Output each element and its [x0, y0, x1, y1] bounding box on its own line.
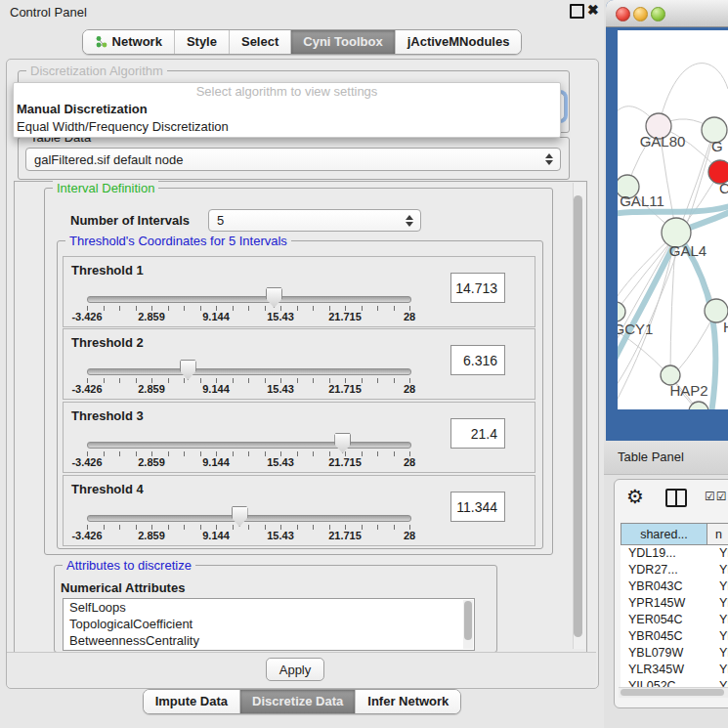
node-table: ⚙ ☑☑ shared...n YDL19...YDL1YDR27...YDR2… — [614, 479, 728, 708]
slider-thumb[interactable] — [180, 360, 196, 380]
tab-label: Select — [241, 34, 278, 49]
table-cell[interactable]: YPR145W — [621, 595, 707, 612]
tab-discretize-data[interactable]: Discretize Data — [239, 690, 355, 713]
tab-select[interactable]: Select — [229, 30, 290, 54]
table-cell[interactable]: YLR3 — [707, 662, 728, 678]
table-row[interactable]: YLR345WYLR3 — [621, 662, 728, 678]
tab-impute-data[interactable]: Impute Data — [144, 690, 239, 713]
slider-track[interactable] — [87, 296, 411, 303]
table-cell[interactable]: YDL1 — [707, 545, 728, 562]
network-node-gcy1[interactable] — [618, 302, 625, 321]
slider-track[interactable] — [87, 515, 411, 522]
table-cell[interactable]: YDL19... — [621, 545, 707, 562]
table-cell[interactable]: YBR045C — [621, 628, 707, 645]
threshold-panel-2: Threshold 2-3.4262.8599.14415.4321.71528… — [63, 328, 535, 400]
split-columns-icon[interactable] — [665, 489, 687, 507]
tab-label: jActiveMNodules — [407, 34, 510, 49]
table-cell[interactable]: YER054C — [621, 612, 707, 628]
tick-label: 9.144 — [202, 456, 230, 468]
algorithm-option-manual-discretization[interactable]: Manual Discretization — [14, 101, 560, 118]
table-row[interactable]: YER054CYER0 — [621, 612, 728, 628]
threshold-value-field[interactable]: 11.344 — [450, 492, 505, 522]
table-cell[interactable]: YBR0 — [707, 628, 728, 645]
minimize-traffic-light[interactable] — [633, 7, 648, 21]
tick-mark — [200, 525, 201, 530]
algorithm-placeholder-option[interactable]: Select algorithm to view settings — [14, 83, 560, 101]
table-cell[interactable]: YDR27... — [621, 562, 707, 578]
table-cell[interactable]: YBR0 — [707, 578, 728, 595]
node-label: H — [723, 319, 728, 335]
close-icon[interactable]: ✖ — [587, 2, 599, 18]
panel-title: Control Panel — [10, 5, 87, 20]
threshold-value-field[interactable]: 21.4 — [450, 418, 505, 449]
slider-thumb[interactable] — [334, 433, 351, 453]
column-header-n[interactable]: n — [707, 523, 728, 545]
algorithm-option-equal-width-frequency-discretization[interactable]: Equal Width/Frequency Discretization — [14, 118, 560, 136]
threshold-panel-1: Threshold 1-3.4262.8599.14415.4321.71528… — [63, 256, 535, 327]
apply-button[interactable]: Apply — [266, 658, 324, 681]
table-hscrollbar-track[interactable] — [619, 687, 728, 698]
tick-mark — [184, 306, 185, 311]
tick-label: -3.426 — [71, 530, 102, 541]
tab-style[interactable]: Style — [174, 30, 229, 54]
table-row[interactable]: YBR043CYBR0 — [621, 578, 728, 595]
numerical-attributes-list[interactable]: SelfLoopsTopologicalCoefficientBetweenne… — [63, 598, 475, 651]
list-scrollbar-thumb[interactable] — [464, 601, 472, 640]
column-header-shared[interactable]: shared... — [621, 523, 707, 545]
table-hscrollbar-thumb[interactable] — [621, 689, 724, 696]
threshold-value-field[interactable]: 6.316 — [450, 345, 505, 375]
slider-track[interactable] — [87, 442, 411, 449]
control-panel-tabs: NetworkStyleSelectCyni ToolboxjActiveMNo… — [0, 29, 604, 55]
table-row[interactable]: YDL19...YDL1 — [621, 545, 728, 562]
table-cell[interactable]: YLR345W — [621, 662, 707, 678]
tick-mark — [394, 451, 395, 456]
table-cell[interactable]: YBL0 — [707, 645, 728, 662]
tab-cyni-toolbox[interactable]: Cyni Toolbox — [290, 30, 394, 54]
tick-mark — [297, 451, 298, 456]
tab-jactivemnodules[interactable]: jActiveMNodules — [395, 30, 522, 54]
scrollbar-thumb[interactable] — [574, 195, 582, 637]
tab-label: Discretize Data — [252, 694, 343, 708]
slider-track[interactable] — [87, 368, 411, 375]
tick-label: 2.859 — [138, 530, 165, 541]
table-row[interactable]: YBL079WYBL0 — [621, 645, 728, 662]
table-row[interactable]: YPR145WYPR1 — [621, 595, 728, 612]
table-cell[interactable]: YER0 — [707, 612, 728, 628]
tick-mark — [297, 525, 298, 530]
network-window-titlebar[interactable] — [606, 0, 728, 27]
zoom-traffic-light[interactable] — [651, 7, 665, 21]
close-traffic-light[interactable] — [616, 7, 630, 21]
tick-mark — [248, 525, 249, 530]
network-icon — [95, 35, 107, 48]
float-window-icon[interactable] — [570, 4, 584, 19]
tick-label: 28 — [404, 456, 415, 468]
table-panel-bar: Table Panel — [604, 441, 728, 475]
threshold-label: Threshold 1 — [71, 263, 144, 278]
network-canvas[interactable]: GAL80GCGAL11GAL4GCY1HHAP2 — [618, 30, 728, 409]
tick-mark — [184, 451, 185, 456]
tick-label: 28 — [404, 311, 415, 322]
attribute-item-topologicalcoefficient[interactable]: TopologicalCoefficient — [64, 616, 474, 632]
threshold-value-field[interactable]: 14.713 — [450, 273, 505, 303]
table-cell[interactable]: YDR2 — [707, 562, 728, 578]
slider-thumb[interactable] — [232, 506, 248, 527]
table-data-combobox[interactable]: galFiltered.sif default node — [25, 148, 561, 171]
slider-thumb[interactable] — [266, 287, 282, 308]
tab-infer-network[interactable]: Infer Network — [355, 690, 460, 713]
number-of-intervals-combobox[interactable]: 5 — [208, 209, 421, 232]
table-cell[interactable]: YBR043C — [621, 578, 707, 595]
checkbox-icons[interactable]: ☑☑ — [705, 490, 728, 503]
gear-icon[interactable]: ⚙ — [626, 485, 644, 508]
table-row[interactable]: YDR27...YDR2 — [621, 562, 728, 578]
tick-mark — [265, 306, 266, 311]
tick-label: 15.43 — [267, 383, 294, 395]
tab-network[interactable]: Network — [83, 30, 174, 54]
table-cell[interactable]: YBL079W — [621, 645, 707, 662]
list-scrollbar-track[interactable] — [463, 600, 473, 649]
table-cell[interactable]: YPR1 — [707, 595, 728, 612]
tick-label: 9.144 — [202, 383, 230, 395]
attribute-item-selfloops[interactable]: SelfLoops — [64, 599, 474, 616]
table-row[interactable]: YBR045CYBR0 — [621, 628, 728, 645]
tick-mark — [265, 378, 266, 383]
attribute-item-betweennesscentrality[interactable]: BetweennessCentrality — [64, 632, 474, 649]
